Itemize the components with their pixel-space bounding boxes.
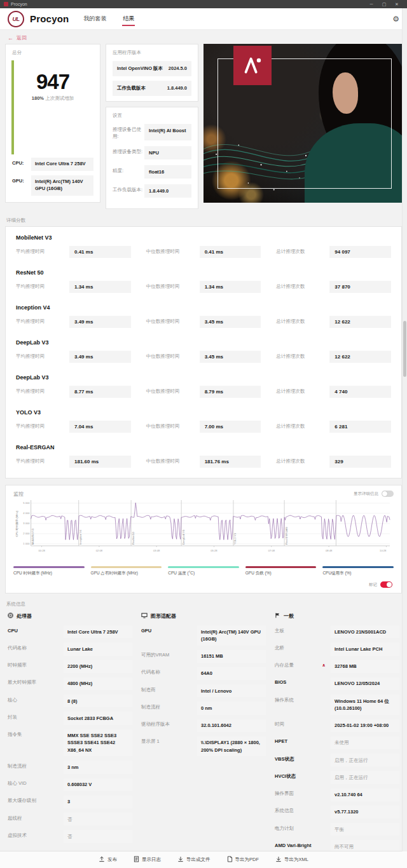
sysinfo-row: GPUIntel(R) Arc(TM) 140V GPU (16GB): [141, 625, 266, 646]
workload-name: ResNet 50: [16, 269, 391, 276]
sysinfo-value: Intel Lunar Lake PCH: [331, 642, 399, 655]
sysinfo-key-text: HVCI状态: [275, 773, 296, 780]
sysinfo-key-text: 驱动程序版本: [141, 721, 170, 728]
footer-button-导出为PDF[interactable]: 导出为PDF: [227, 856, 259, 864]
metric-value: 3.45 ms: [200, 351, 261, 363]
workload-version-row: 工作负载版本 1.8.449.0: [113, 81, 191, 96]
chevron-up-icon[interactable]: ∧: [322, 662, 326, 669]
footer-button-显示日志[interactable]: 显示日志: [134, 856, 161, 864]
sysinfo-key: 主板: [275, 625, 331, 634]
display-adapter-icon: [141, 613, 148, 620]
sysinfo-key: 制造流程: [141, 702, 197, 710]
sysinfo-value: Intel / Lenovo: [197, 684, 266, 697]
metric-label: 中位数推理时间: [146, 283, 200, 290]
footer-button-导出为XML[interactable]: 导出为XML: [275, 856, 308, 864]
sysinfo-key-text: 制造流程: [141, 704, 160, 711]
sysinfo-key-text: 系统信息: [275, 808, 294, 815]
sysinfo-value: 3: [64, 796, 132, 808]
sysinfo-row: 系统信息v5.77.1320: [275, 806, 399, 818]
svg-text:1 000: 1 000: [23, 542, 30, 545]
sysinfo-key-text: HPET: [275, 738, 287, 745]
sysinfo-key: 最大时钟频率: [8, 677, 64, 686]
sysinfo-value: Intel(R) Arc(TM) 140V GPU (16GB): [197, 625, 266, 646]
sysinfo-column: 处理器CPUIntel Core Ultra 7 258V代码名称Lunar L…: [8, 610, 132, 868]
monitoring-title: 监控: [13, 491, 24, 498]
sysinfo-value: 32.0.101.6042: [197, 719, 266, 732]
footer-button-发布[interactable]: 发布: [99, 856, 117, 864]
cpu-row: CPU: Intel Core Ultra 7 258V: [12, 158, 93, 171]
sysinfo-value: 否: [64, 830, 132, 843]
svg-text:08:48: 08:48: [326, 548, 333, 552]
sysinfo-column: 一般主板LENOVO 21NS001ACD北桥Intel Lunar Lake …: [275, 610, 399, 868]
svg-text:07:08: 07:08: [268, 548, 275, 552]
tab-my-suites[interactable]: 我的套装: [83, 8, 107, 29]
mark-toggle-label: 标记: [369, 582, 377, 588]
metric-label: 中位数推理时间: [146, 248, 200, 255]
sysinfo-row: 指令集MMX SSE SSE2 SSE3 SSSE3 SSE41 SSE42 X…: [8, 729, 132, 757]
scrollbar[interactable]: [402, 8, 407, 851]
sysinfo-key-text: 电力计划: [275, 825, 294, 832]
sysinfo-group-title: 处理器: [17, 613, 32, 620]
metric-value: 329: [329, 456, 391, 468]
svg-text:3 000: 3 000: [23, 522, 30, 525]
sysinfo-key: CPU: [8, 625, 64, 634]
gear-icon[interactable]: ⚙: [392, 15, 399, 24]
sysinfo-key-text: 核心 VID: [8, 780, 27, 787]
sysinfo-key: 最大缓存级别: [8, 796, 64, 804]
app-version-card: 应用程序版本 Intel OpenVINO 版本 2024.5.0 工作负载版本…: [106, 44, 198, 102]
metric-cell: 平均推理时间3.49 ms: [16, 351, 131, 363]
settings-row: 工作负载版本:1.8.449.0: [113, 184, 191, 198]
minimize-button[interactable]: ─: [365, 0, 378, 8]
sysinfo-key-text: 时间: [275, 721, 284, 728]
monitoring-header: 监控 显示详细信息: [13, 491, 394, 498]
metric-cell: 中位数推理时间0.41 ms: [146, 246, 261, 258]
mark-toggle[interactable]: [380, 581, 392, 588]
back-label: 返回: [17, 34, 27, 41]
sysinfo-row: 代码名称64A0: [141, 667, 266, 680]
metric-cell: 平均推理时间3.49 ms: [16, 316, 131, 328]
sysinfo-row: 内存总量∧32768 MB: [275, 660, 399, 673]
svg-text:Inception V4: Inception V4: [79, 529, 82, 545]
workload-group: DeepLab V3平均推理时间8.77 ms中位数推理时间8.79 ms总计推…: [6, 369, 401, 404]
sysinfo-group-title: 一般: [284, 613, 294, 620]
maximize-button[interactable]: ▢: [378, 0, 390, 8]
pdf-document-icon: [227, 856, 233, 864]
legend-color-bar: [91, 566, 162, 569]
settings-rows: 推理设备已使用:Intel(R) AI Boost推理设备类型:NPU精度:fl…: [113, 124, 191, 198]
metric-label: 平均推理时间: [16, 423, 69, 430]
sysinfo-key-text: VBS状态: [275, 756, 294, 763]
tab-results[interactable]: 结果: [122, 8, 135, 29]
close-button[interactable]: ✕: [390, 0, 403, 8]
metric-label: 总计推理次数: [276, 353, 329, 360]
scrollbar-thumb[interactable]: [403, 321, 406, 377]
sysinfo-key: 系统信息: [275, 806, 331, 815]
legend-color-bar: [13, 566, 85, 569]
metric-label: 中位数推理时间: [146, 458, 200, 465]
sysinfo-value: MMX SSE SSE2 SSE3 SSSE3 SSE41 SSE42 X86_…: [64, 729, 132, 757]
metric-value: 94 097: [329, 246, 391, 258]
metric-cell: 中位数推理时间8.79 ms: [146, 386, 261, 398]
metric-label: 总计推理次数: [276, 248, 329, 255]
workload-group: DeepLab V3平均推理时间3.49 ms中位数推理时间3.45 ms总计推…: [6, 334, 401, 369]
sysinfo-key-text: GPU: [141, 628, 151, 635]
details-toggle[interactable]: [382, 491, 394, 497]
app-version-title: 应用程序版本: [113, 50, 191, 56]
svg-text:YOLO V3: YOLO V3: [233, 532, 237, 545]
sysinfo-row: 虚拟技术否: [8, 830, 132, 843]
benchmark-hero-image: [204, 44, 402, 203]
sysinfo-key-text: 最大时钟频率: [8, 679, 36, 686]
sysinfo-key: VBS状态: [275, 754, 331, 763]
legend-item: GPU 负载 (%): [245, 566, 317, 577]
workload-name: YOLO V3: [16, 409, 391, 416]
footer-button-label: 导出成文件: [186, 857, 210, 863]
metric-cell: 总计推理次数6 281: [276, 421, 391, 433]
svg-text:MobileNet V3: MobileNet V3: [31, 528, 34, 545]
sysinfo-key: 显示屏 1: [141, 736, 197, 745]
sysinfo-key: 制造流程: [8, 761, 64, 770]
sysinfo-column: 图形适配器GPUIntel(R) Arc(TM) 140V GPU (16GB)…: [141, 610, 266, 868]
metric-cell: 总计推理次数12 622: [276, 351, 391, 363]
back-link[interactable]: ← 返回: [0, 30, 407, 44]
workload-version-value: 1.8.449.0: [167, 85, 187, 92]
sysinfo-value: \\.\DISPLAY1 (2880 × 1800, 200% DPI scal…: [197, 736, 266, 757]
footer-button-导出成文件[interactable]: 导出成文件: [177, 856, 210, 864]
